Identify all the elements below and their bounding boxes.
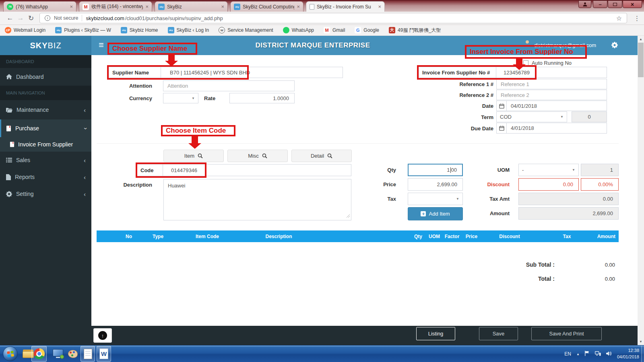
tray-expand-icon[interactable]: ▲ [576,352,580,356]
sidebar-item-reports[interactable]: Reports ‹ [0,169,91,185]
maximize-icon [613,3,617,6]
col-price: Price [462,234,481,239]
profile-button[interactable] [578,0,591,8]
file-icon [6,174,11,180]
tab-skybiz[interactable]: sky SkyBiz × [155,1,228,12]
annotation-choose-supplier: Choose Supplier Name [107,43,197,55]
tab-skybiz-cloud[interactable]: sky SkyBiz Cloud Computing × [230,1,303,12]
taskbar-clock[interactable]: 12:38 04/01/2018 [617,348,641,360]
total-label: Total : [498,276,555,282]
bookmark-gmail[interactable]: MGmail [324,27,345,33]
date-calendar-button[interactable] [496,101,507,111]
page-scrollbar[interactable]: ▲ ▼ [638,36,644,345]
maximize-button[interactable] [608,0,622,8]
forward-button[interactable]: → [15,14,26,22]
qty-input[interactable]: 100 [408,164,463,176]
currency-select[interactable]: ▼ [163,93,198,103]
tab-close-icon[interactable]: × [221,4,224,10]
bookmark-game[interactable]: 大49服 鬥戰勝佛_大聖 [389,27,441,34]
tab-close-icon[interactable]: × [378,4,381,10]
scroll-up-icon[interactable]: ▲ [638,36,644,43]
taskbar-remote-desktop-button[interactable] [50,346,66,362]
reference2-input[interactable]: Reference 2 [496,90,607,100]
rate-input[interactable]: 1.0000 [229,93,295,103]
page-icon [310,4,314,10]
language-indicator[interactable]: EN [564,351,571,357]
sidebar-item-label: Purchase [15,125,39,132]
add-item-button[interactable]: +Add Item [408,207,463,220]
sidebar-item-maintenance[interactable]: Maintenance ‹ [0,100,91,119]
whatsapp-icon [283,27,289,33]
bookmark-service-mgmt[interactable]: WService Management [219,27,273,33]
col-item-code: Item Code [173,234,242,239]
discount-percent-input[interactable]: 0.00% [581,178,619,191]
scroll-down-icon[interactable]: ▼ [638,338,644,345]
scrollbar-thumb[interactable] [638,43,644,77]
due-date-calendar-button[interactable] [496,123,507,134]
tab-close-icon[interactable]: × [145,4,149,10]
detail-search-button[interactable]: Detail [291,150,352,162]
bookmark-star-icon[interactable]: ☆ [616,14,622,22]
qty-label: Qty [362,167,396,173]
term-select[interactable]: COD▼ [496,111,567,122]
info-icon[interactable]: i [45,15,50,21]
address-bar[interactable]: i Not secure skybizcloud.com /cloud01/pu… [39,13,627,23]
misc-search-button[interactable]: Misc [227,150,288,162]
price-input[interactable]: 2,699.00 [408,178,463,191]
sidebar-item-sales[interactable]: Sales ‹ [0,152,91,169]
price-label: Price [362,181,396,187]
listing-button[interactable]: Listing [416,327,455,340]
chevron-left-icon: ‹ [84,107,86,113]
refresh-button[interactable]: ↻ [26,14,36,23]
bookmark-plugins[interactable]: skyPlugins ‹ SkyBiz — W [55,27,111,33]
browser-menu-icon[interactable]: ⋮ [630,14,644,22]
tab-whatsapp[interactable]: 76 (76) WhatsApp × [3,1,76,12]
minimize-button[interactable]: – [593,0,607,8]
tab-close-icon[interactable]: × [70,4,73,10]
action-center-flag-icon[interactable] [585,350,590,358]
uom-select[interactable]: -▼ [518,164,579,176]
save-and-print-button[interactable]: Save And Print [531,327,602,340]
tax-select[interactable]: ▼ [408,193,463,205]
taskbar-notepad-button[interactable] [80,346,95,362]
sidebar-item-setting[interactable]: Setting ‹ [0,185,91,202]
tab-gmail[interactable]: M 收件箱 (164) - vincentwy × [79,1,152,12]
bookmark-skybiz-login[interactable]: skySkyBiz ‹ Log In [168,27,209,33]
save-button[interactable]: Save [479,327,518,340]
tax-label: Tax [362,196,396,202]
reference1-input[interactable]: Reference 1 [496,79,607,89]
bookmark-google[interactable]: GGoogle [355,27,379,33]
discount-input[interactable]: 0.00 [518,178,579,191]
settings-gear-button[interactable] [611,42,618,50]
tab-close-icon[interactable]: × [297,4,300,10]
due-date-input[interactable]: 4/01/2018 [506,123,607,134]
description-textarea[interactable]: Huawei [163,179,351,220]
tab-invoice-active[interactable]: SkyBiz - Invoice From Su × [306,1,385,12]
close-icon: × [631,1,634,8]
taskbar-chrome-button[interactable] [31,346,47,362]
date-input[interactable]: 04/01/2018 [506,101,607,111]
close-button[interactable]: × [623,0,642,8]
start-button[interactable] [3,346,18,361]
app-logo[interactable]: SKYBIZ [0,36,91,55]
taskbar-paint-button[interactable] [65,346,81,362]
sidebar-item-purchase[interactable]: Purchase ‹ [0,119,91,137]
skybiz-favicon-icon: sky [55,27,62,33]
back-button[interactable]: ← [5,14,15,22]
bookmark-skybiz-home[interactable]: skySkybiz Home [121,27,158,33]
item-search-button[interactable]: Item [163,150,224,162]
taskbar-word-button[interactable]: W [97,346,111,362]
bookmark-whatsapp[interactable]: WhatsApp [283,27,314,33]
attention-input[interactable]: Attention [163,80,295,91]
network-icon[interactable] [595,350,601,358]
volume-icon[interactable] [606,350,612,358]
scroll-to-top-button[interactable]: ↑ [93,328,112,343]
show-desktop-button[interactable] [641,346,644,362]
highlight-code-field [136,162,206,178]
bookmark-webmail[interactable]: cPWebmail Login [5,27,45,33]
sidebar-item-dashboard[interactable]: Dashboard [0,68,91,86]
sidebar-item-invoice-from-supplier[interactable]: Invoice From Supplier [0,137,91,152]
calendar-icon [499,103,504,109]
hamburger-icon[interactable]: ≡ [99,40,104,50]
resize-grip-icon[interactable] [346,213,350,219]
